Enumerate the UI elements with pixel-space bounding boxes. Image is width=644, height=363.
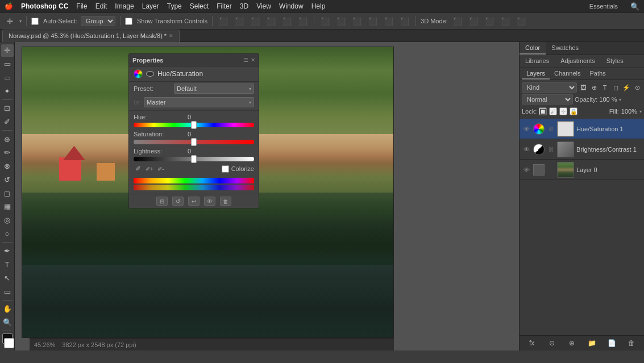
align-top-btn[interactable]: ⬛	[265, 15, 277, 27]
auto-select-checkbox[interactable]	[31, 18, 39, 25]
layer-comp-btn[interactable]: ⊟	[156, 197, 168, 206]
align-left-btn[interactable]: ⬛	[217, 15, 230, 27]
fill-dropdown-arrow[interactable]: ▾	[639, 109, 642, 114]
search-icon[interactable]: 🔍	[630, 2, 639, 11]
distribute-6-btn[interactable]: ⬛	[398, 15, 411, 27]
layer-1-visibility[interactable]: 👁	[522, 124, 531, 133]
delete-layer-button[interactable]: 🗑	[626, 338, 637, 348]
eyedropper-icon[interactable]: ✐	[134, 164, 143, 173]
saturation-slider-track[interactable]	[134, 140, 254, 144]
tab-color[interactable]: Color	[520, 42, 546, 55]
auto-select-dropdown[interactable]: Group	[81, 16, 115, 26]
clone-tool[interactable]: ⊗	[1, 160, 14, 173]
kind-select[interactable]: Kind	[522, 82, 577, 93]
new-layer-button[interactable]: 📄	[606, 338, 617, 348]
pixel-filter-btn[interactable]: 🖼	[579, 83, 588, 92]
preset-dropdown[interactable]: Default ▾	[174, 84, 254, 94]
subtab-paths[interactable]: Paths	[585, 68, 610, 80]
history-brush-tool[interactable]: ↺	[1, 173, 14, 186]
opacity-value[interactable]: 100	[599, 96, 609, 103]
subtab-layers[interactable]: Layers	[522, 68, 550, 80]
menu-select[interactable]: Select	[190, 2, 209, 10]
align-bottom-btn[interactable]: ⬛	[297, 15, 309, 27]
smart-filter-btn[interactable]: ⚡	[622, 83, 631, 92]
blur-tool[interactable]: ◎	[1, 214, 14, 227]
tab-styles[interactable]: Styles	[601, 55, 629, 68]
lightness-slider-track[interactable]	[134, 157, 254, 161]
hue-slider-track[interactable]	[134, 123, 254, 127]
menu-edit[interactable]: Edit	[95, 2, 107, 10]
pen-tool[interactable]: ✒	[1, 245, 14, 257]
crop-tool[interactable]: ⊡	[1, 102, 14, 115]
hue-value[interactable]: 0	[174, 114, 191, 120]
adjustment-filter-btn[interactable]: ⊕	[589, 83, 599, 92]
app-name-menu[interactable]: Photoshop CC	[21, 2, 68, 10]
align-center-btn[interactable]: ⬛	[233, 15, 246, 27]
menu-view[interactable]: View	[256, 2, 271, 10]
text-filter-btn[interactable]: T	[600, 83, 609, 92]
3d-mode-5-btn[interactable]: ⬛	[515, 15, 527, 27]
menu-file[interactable]: File	[76, 2, 87, 10]
blend-mode-select[interactable]: Normal	[522, 94, 573, 105]
shape-tool[interactable]: ▭	[1, 285, 14, 298]
saturation-value[interactable]: 0	[174, 131, 191, 137]
delete-btn[interactable]: 🗑	[220, 197, 231, 206]
gradient-tool[interactable]: ▦	[1, 201, 14, 213]
essentials-button[interactable]: Essentials	[585, 3, 622, 10]
eraser-tool[interactable]: ◻	[1, 187, 14, 199]
adjustment-button[interactable]: ⊕	[567, 338, 577, 348]
layer-2-visibility[interactable]: 👁	[522, 145, 531, 154]
distribute-3-btn[interactable]: ⬛	[351, 15, 363, 27]
text-tool[interactable]: T	[1, 258, 14, 271]
lock-all-btn[interactable]: 🔒	[570, 107, 577, 115]
move-dropdown-arrow[interactable]: ▾	[19, 19, 22, 24]
layer-3-visibility[interactable]: 👁	[522, 165, 531, 174]
align-right-btn[interactable]: ⬛	[249, 15, 261, 27]
fx-button[interactable]: fx	[527, 338, 537, 348]
path-select-tool[interactable]: ↖	[1, 272, 14, 284]
3d-mode-2-btn[interactable]: ⬛	[467, 15, 480, 27]
layer-item-brightness[interactable]: 👁 ⛓ Brightness/Contrast 1	[520, 139, 644, 160]
3d-mode-3-btn[interactable]: ⬛	[483, 15, 496, 27]
menu-filter[interactable]: Filter	[217, 2, 232, 10]
eyedropper-tool[interactable]: ✐	[1, 116, 14, 128]
move-tool-toolbar[interactable]: ✛	[3, 15, 16, 27]
menu-3d[interactable]: 3D	[240, 2, 248, 10]
align-middle-btn[interactable]: ⬛	[281, 15, 293, 27]
tab-adjustments[interactable]: Adjustments	[555, 55, 601, 68]
subtab-channels[interactable]: Channels	[550, 68, 585, 80]
hue-slider-handle[interactable]	[191, 121, 197, 129]
fill-value[interactable]: 100%	[621, 108, 637, 115]
properties-menu-btn[interactable]: ☰	[243, 57, 248, 63]
menu-window[interactable]: Window	[279, 2, 304, 10]
3d-mode-1-btn[interactable]: ⬛	[451, 15, 464, 27]
colorize-checkbox[interactable]	[222, 165, 229, 173]
transform-checkbox[interactable]	[125, 18, 132, 25]
distribute-2-btn[interactable]: ⬛	[335, 15, 347, 27]
move-tool[interactable]: ✛	[1, 44, 14, 57]
visibility-btn[interactable]: 👁	[204, 197, 215, 206]
hand-pointer-icon[interactable]: ☞	[134, 98, 140, 107]
eyedropper-sub-icon[interactable]: ✐-	[156, 164, 165, 173]
spot-heal-tool[interactable]: ⊕	[1, 133, 14, 145]
tab-libraries[interactable]: Libraries	[520, 55, 555, 68]
mask-button[interactable]: ⊙	[547, 338, 557, 348]
lasso-tool[interactable]: ⌓	[1, 71, 14, 84]
layer-item-layer0[interactable]: 👁 Layer 0	[520, 160, 644, 180]
menu-help[interactable]: Help	[311, 2, 326, 10]
brush-tool[interactable]: ✏	[1, 147, 14, 159]
lightness-value[interactable]: 0	[174, 148, 191, 155]
layer-item-hue-sat[interactable]: 👁 ⛓ Hue/Saturation 1	[520, 119, 644, 139]
group-button[interactable]: 📁	[587, 338, 597, 348]
menu-type[interactable]: Type	[167, 2, 182, 10]
selection-tool[interactable]: ▭	[1, 58, 14, 70]
zoom-tool[interactable]: 🔍	[1, 316, 14, 329]
hand-tool[interactable]: ✋	[1, 303, 14, 315]
distribute-5-btn[interactable]: ⬛	[383, 15, 395, 27]
undo-btn[interactable]: ↩	[188, 197, 200, 206]
more-filter-btn[interactable]: ⊙	[633, 83, 642, 92]
background-color[interactable]	[4, 338, 14, 348]
shape-filter-btn[interactable]: ◻	[611, 83, 620, 92]
menu-layer[interactable]: Layer	[142, 2, 159, 10]
distribute-1-btn[interactable]: ⬛	[319, 15, 331, 27]
